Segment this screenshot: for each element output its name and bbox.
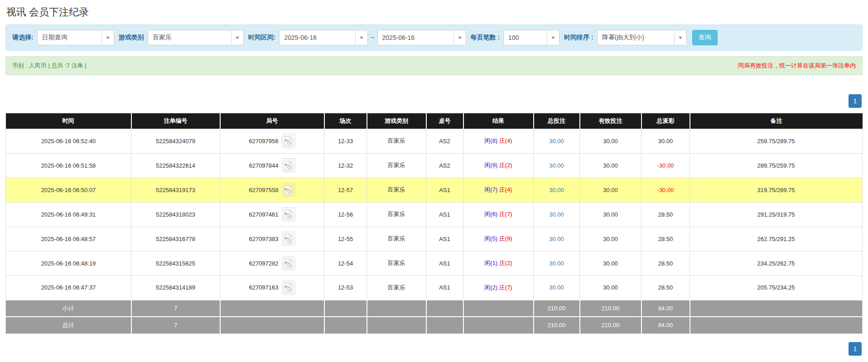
cell-payout: 28.50 (641, 227, 690, 251)
chevron-down-icon[interactable] (355, 30, 367, 45)
video-replay-button[interactable] (282, 280, 295, 295)
bet-records-table: 时间 注单编号 局号 场次 游戏类别 桌号 结果 总投注 有效投注 总派彩 备注… (5, 113, 863, 334)
result-player-text: 闲(6) (484, 211, 497, 217)
cell-time: 2025-06-16 06:50:07 (6, 178, 131, 202)
cell-round-id: 627097163 (220, 275, 324, 300)
col-header-round-id: 局号 (220, 113, 324, 129)
cell-table-no: AS2 (426, 129, 463, 153)
video-file-icon (284, 282, 293, 293)
table-row: 2025-06-16 06:48:57 522584316778 6270973… (6, 227, 863, 251)
cell-total-bet-link[interactable]: 30.00 (534, 251, 580, 275)
cell-total-bet-link[interactable]: 30.00 (534, 227, 580, 251)
video-replay-button[interactable] (282, 256, 295, 270)
chevron-down-icon[interactable] (453, 30, 466, 45)
result-player-text: 闲(9) (484, 162, 497, 169)
cell-session: 12-32 (324, 153, 367, 178)
result-player-text: 闲(8) (484, 137, 497, 144)
cell-valid-bet: 30.00 (580, 202, 641, 227)
round-id-text: 627097461 (249, 211, 278, 218)
col-header-total-bet: 总投注 (534, 113, 580, 129)
subtotal-count: 7 (131, 300, 220, 317)
game-category-value: 百家乐 (148, 30, 231, 45)
chevron-down-icon[interactable] (547, 30, 559, 45)
cell-total-bet-link[interactable]: 30.00 (534, 153, 580, 178)
page-1-button[interactable]: 1 (849, 342, 862, 356)
result-banker-text: 庄(2) (499, 162, 512, 169)
video-replay-button[interactable] (282, 183, 295, 197)
cell-note: 291.25/319.75 (690, 202, 863, 227)
cell-valid-bet: 30.00 (580, 275, 641, 300)
pagination-bottom: 1 (5, 342, 863, 356)
cell-session: 12-53 (324, 275, 367, 300)
cell-table-no: AS1 (426, 202, 463, 227)
cell-session: 12-54 (324, 251, 367, 275)
date-to-input[interactable]: 2025-06-16 (377, 30, 466, 45)
cell-time: 2025-06-16 06:51:58 (6, 153, 131, 178)
cell-game: 百家乐 (367, 227, 426, 251)
subtotal-valid-bet: 210.00 (580, 300, 641, 317)
search-button[interactable]: 查询 (692, 30, 718, 45)
query-type-label: 请选择: (12, 34, 34, 42)
table-header-row: 时间 注单编号 局号 场次 游戏类别 桌号 结果 总投注 有效投注 总派彩 备注 (6, 113, 863, 129)
cell-session: 12-56 (324, 202, 367, 227)
video-replay-button[interactable] (282, 134, 295, 148)
date-to-value: 2025-06-16 (378, 30, 453, 45)
chevron-down-icon[interactable] (101, 30, 114, 45)
cell-valid-bet: 30.00 (580, 129, 641, 153)
round-id-text: 627097844 (249, 162, 278, 169)
cell-table-no: AS1 (426, 275, 463, 300)
cell-session: 12-33 (324, 129, 367, 153)
video-replay-button[interactable] (282, 232, 295, 246)
chevron-down-icon[interactable] (231, 30, 243, 45)
time-sort-label: 时间排序 : (564, 34, 593, 42)
cell-game: 百家乐 (367, 202, 426, 227)
table-row: 2025-06-16 06:49:31 522584318023 6270974… (6, 202, 863, 227)
cell-total-bet-link[interactable]: 30.00 (534, 129, 580, 153)
video-file-icon (284, 234, 293, 244)
cell-payout: 28.50 (641, 202, 690, 227)
pagination-top: 1 (5, 94, 863, 108)
result-player-text: 闲(7) (484, 186, 497, 193)
cell-payout: 28.50 (641, 251, 690, 275)
date-from-value: 2025-06-16 (280, 30, 355, 45)
cell-table-no: AS2 (426, 153, 463, 178)
round-id-text: 627097282 (249, 260, 278, 267)
video-replay-button[interactable] (282, 158, 295, 173)
cell-game: 百家乐 (367, 153, 426, 178)
chevron-down-icon[interactable] (674, 30, 686, 45)
page-1-button[interactable]: 1 (849, 94, 862, 108)
filter-panel: 请选择: 日期查询 游戏类别 百家乐 时间区间: 2025-06-16 ~ 20… (5, 24, 863, 51)
cell-result: 闲(8) 庄(4) (463, 129, 534, 153)
game-category-select[interactable]: 百家乐 (148, 30, 244, 45)
page-size-select[interactable]: 100 (503, 30, 559, 45)
cell-game: 百家乐 (367, 178, 426, 202)
cell-result: 闲(6) 庄(7) (463, 202, 534, 227)
cell-round-id: 627097956 (220, 129, 324, 153)
result-player-text: 闲(1) (484, 260, 497, 266)
video-replay-button[interactable] (282, 207, 295, 222)
cell-bet-id: 522584319173 (131, 178, 220, 202)
total-payout: 84.00 (641, 317, 690, 333)
cell-result: 闲(7) 庄(4) (463, 178, 534, 202)
video-file-icon (284, 258, 293, 269)
cell-total-bet-link[interactable]: 30.00 (534, 275, 580, 300)
cell-total-bet-link[interactable]: 30.00 (534, 202, 580, 227)
cell-round-id: 627097844 (220, 153, 324, 178)
col-header-note: 备注 (690, 113, 863, 129)
time-sort-select[interactable]: 降幂(由大到小) (597, 30, 687, 45)
query-type-select[interactable]: 日期查询 (37, 30, 114, 45)
currency-total-text: 币别 : 人民币 | 总共 :7 注单 | (12, 62, 87, 70)
table-row: 2025-06-16 06:50:07 522584319173 6270975… (6, 178, 863, 202)
result-player-text: 闲(5) (484, 235, 497, 242)
cell-note: 259.75/289.75 (690, 129, 863, 153)
col-header-time: 时间 (6, 113, 131, 129)
cell-game: 百家乐 (367, 251, 426, 275)
cell-time: 2025-06-16 06:52:40 (6, 129, 131, 153)
total-count: 7 (131, 317, 220, 333)
date-from-input[interactable]: 2025-06-16 (279, 30, 368, 45)
video-file-icon (284, 160, 293, 171)
cell-game: 百家乐 (367, 275, 426, 300)
col-header-session: 场次 (324, 113, 367, 129)
cell-total-bet-link[interactable]: 30.00 (534, 178, 580, 202)
col-header-game: 游戏类别 (367, 113, 426, 129)
